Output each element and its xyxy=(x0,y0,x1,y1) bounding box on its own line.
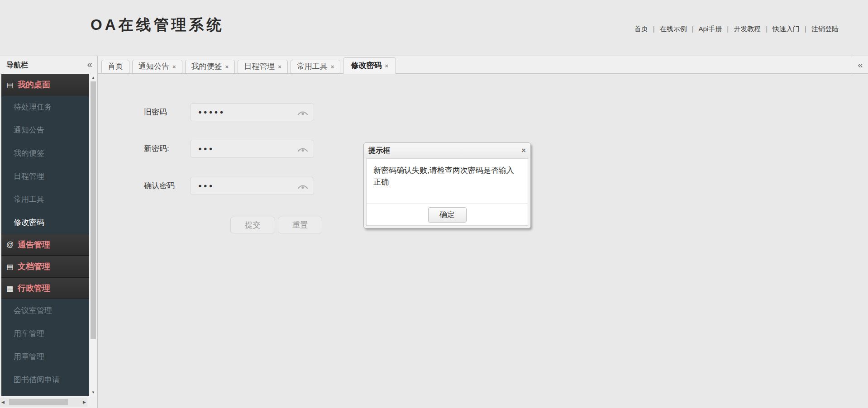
scroll-right-icon[interactable]: ▶ xyxy=(83,398,86,407)
dialog-message: 新密码确认失败,请检查两次密码是否输入正确 xyxy=(367,159,528,188)
new-password-label: 新密码: xyxy=(144,140,188,158)
main-panel: 首页 通知公告× 我的便签× 日程管理× 常用工具× 修改密码× « xyxy=(97,56,868,408)
nav-separator: | xyxy=(727,25,729,33)
sidebar-group-my-desktop[interactable]: ▤ 我的桌面 xyxy=(1,74,89,95)
tab-change-password[interactable]: 修改密码× xyxy=(343,57,396,74)
nav-link-api-manual[interactable]: Api手册 xyxy=(699,25,722,33)
nav-link-dev-tutorial[interactable]: 开发教程 xyxy=(734,25,761,33)
tabbar-collapse-icon[interactable]: « xyxy=(852,56,868,73)
sidebar-item-vehicle-mgmt[interactable]: 用车管理 xyxy=(1,322,89,345)
sidebar-title: 导航栏 xyxy=(6,56,28,74)
confirm-password-field[interactable]: ●●● xyxy=(190,177,314,195)
show-password-icon[interactable] xyxy=(297,146,308,153)
alert-dialog: 提示框 × 新密码确认失败,请检查两次密码是否输入正确 确定 xyxy=(363,142,531,228)
sidebar-item-my-notes[interactable]: 我的便签 xyxy=(1,142,89,165)
old-password-row: 旧密码 ●●●●● xyxy=(98,103,324,121)
nav-link-online-demo[interactable]: 在线示例 xyxy=(660,25,687,33)
password-masked-value: ●●●●● xyxy=(198,104,225,121)
sidebar-group-announcement-mgmt[interactable]: @ 通告管理 xyxy=(1,234,89,256)
content-frame: 导航栏 « ▤ 我的桌面 待处理任务 通知公告 我的便签 日程管理 常用工具 修… xyxy=(0,56,868,408)
at-icon: @ xyxy=(5,241,15,249)
nav-separator: | xyxy=(692,25,694,33)
nav-link-logout[interactable]: 注销登陆 xyxy=(811,25,839,33)
ok-button[interactable]: 确定 xyxy=(428,207,467,223)
horizontal-scrollbar-thumb[interactable] xyxy=(9,399,68,405)
nav-separator: | xyxy=(805,25,806,33)
top-header: OA在线管理系统 首页|在线示例|Api手册|开发教程|快速入门|注销登陆 xyxy=(0,0,868,56)
grid-icon: ▦ xyxy=(5,284,15,293)
notebook-icon: ▤ xyxy=(5,262,15,271)
show-password-icon[interactable] xyxy=(297,183,308,190)
tab-bar: 首页 通知公告× 我的便签× 日程管理× 常用工具× 修改密码× « xyxy=(98,56,868,74)
confirm-password-label: 确认密码 xyxy=(144,177,188,195)
confirm-password-row: 确认密码 ●●● xyxy=(98,177,324,195)
sidebar-group-admin-mgmt[interactable]: ▦ 行政管理 xyxy=(1,277,89,299)
dialog-body: 新密码确认失败,请检查两次密码是否输入正确 确定 xyxy=(366,158,528,226)
tab-close-icon[interactable]: × xyxy=(385,62,388,69)
sidebar-item-meeting-room-mgmt[interactable]: 会议室管理 xyxy=(1,299,89,322)
scroll-down-icon[interactable]: ▼ xyxy=(90,390,96,394)
tab-close-icon[interactable]: × xyxy=(172,63,176,70)
sidebar-item-notices[interactable]: 通知公告 xyxy=(1,119,89,142)
nav-separator: | xyxy=(766,25,768,33)
notebook-icon: ▤ xyxy=(5,81,15,89)
show-password-icon[interactable] xyxy=(297,109,308,116)
dialog-title: 提示框 xyxy=(368,143,390,158)
sidebar-item-pending-tasks[interactable]: 待处理任务 xyxy=(1,95,89,119)
sidebar-group-document-mgmt[interactable]: ▤ 文档管理 xyxy=(1,256,89,277)
sidebar-item-common-tools[interactable]: 常用工具 xyxy=(1,188,89,211)
sidebar-header: 导航栏 « xyxy=(0,56,97,74)
tab-my-notes[interactable]: 我的便签× xyxy=(185,60,235,73)
reset-button[interactable]: 重置 xyxy=(278,217,322,233)
sidebar-item-seal-mgmt[interactable]: 用章管理 xyxy=(1,345,89,368)
new-password-row: 新密码: ●●● xyxy=(98,140,324,158)
sidebar-vertical-scrollbar[interactable]: ▲ ▼ xyxy=(90,74,96,396)
dialog-titlebar[interactable]: 提示框 × xyxy=(364,143,530,158)
tabs: 首页 通知公告× 我的便签× 日程管理× 常用工具× 修改密码× xyxy=(101,57,396,73)
dialog-footer: 确定 xyxy=(367,204,528,225)
sidebar: 导航栏 « ▤ 我的桌面 待处理任务 通知公告 我的便签 日程管理 常用工具 修… xyxy=(0,56,97,408)
nav-link-home[interactable]: 首页 xyxy=(634,25,648,33)
tab-common-tools[interactable]: 常用工具× xyxy=(291,60,341,73)
password-masked-value: ●●● xyxy=(198,177,215,195)
app-logo: OA在线管理系统 xyxy=(91,15,224,35)
old-password-label: 旧密码 xyxy=(144,103,188,121)
password-masked-value: ●●● xyxy=(198,140,215,157)
sidebar-item-change-password[interactable]: 修改密码 xyxy=(1,211,89,234)
vertical-scrollbar-thumb[interactable] xyxy=(91,81,96,339)
old-password-field[interactable]: ●●●●● xyxy=(190,103,314,121)
scroll-up-icon[interactable]: ▲ xyxy=(90,76,96,80)
change-password-panel: 旧密码 ●●●●● 新密码: ●●● xyxy=(98,74,868,408)
tab-close-icon[interactable]: × xyxy=(331,63,334,70)
new-password-field[interactable]: ●●● xyxy=(190,140,314,158)
tab-notices[interactable]: 通知公告× xyxy=(132,60,182,73)
top-nav: 首页|在线示例|Api手册|开发教程|快速入门|注销登陆 xyxy=(634,25,839,33)
sidebar-item-schedule[interactable]: 日程管理 xyxy=(1,165,89,188)
nav-separator: | xyxy=(653,25,655,33)
tab-close-icon[interactable]: × xyxy=(278,63,281,70)
sidebar-horizontal-scrollbar[interactable]: ◀ ▶ xyxy=(0,398,87,407)
nav-link-quick-start[interactable]: 快速入门 xyxy=(773,25,800,33)
tab-home[interactable]: 首页 xyxy=(101,60,129,73)
close-icon[interactable]: × xyxy=(521,143,526,158)
sidebar-item-book-borrow-request[interactable]: 图书借阅申请 xyxy=(1,368,89,391)
scroll-left-icon[interactable]: ◀ xyxy=(1,398,5,407)
tab-schedule[interactable]: 日程管理× xyxy=(238,60,288,73)
submit-button[interactable]: 提交 xyxy=(230,217,275,233)
sidebar-menu: ▤ 我的桌面 待处理任务 通知公告 我的便签 日程管理 常用工具 修改密码 @ … xyxy=(1,74,89,396)
tab-close-icon[interactable]: × xyxy=(225,63,229,70)
sidebar-collapse-icon[interactable]: « xyxy=(85,56,95,73)
